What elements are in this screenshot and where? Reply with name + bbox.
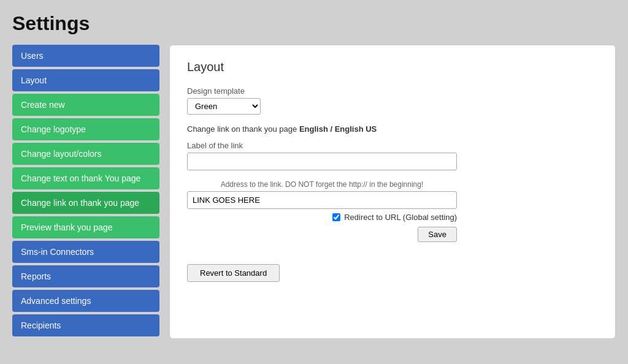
change-link-lang: English / English US: [299, 124, 377, 134]
address-note: Address to the link. DO NOT forget the h…: [187, 180, 457, 189]
sidebar-item-change-logotype[interactable]: Change logotype: [12, 118, 159, 140]
sidebar-item-change-link-thank-you[interactable]: Change link on thank you page: [12, 192, 159, 214]
main-layout: UsersLayoutCreate newChange logotypeChan…: [12, 45, 616, 339]
save-row: Save: [187, 227, 457, 242]
page-title: Settings: [12, 12, 616, 35]
change-link-notice: Change link on thank you page English / …: [187, 124, 598, 134]
save-button[interactable]: Save: [418, 227, 457, 242]
sidebar-item-preview-thank-you[interactable]: Preview thank you page: [12, 216, 159, 238]
redirect-row: Redirect to URL (Global setting): [187, 213, 457, 222]
sidebar-item-reports[interactable]: Reports: [12, 265, 159, 287]
label-of-link-input[interactable]: [187, 153, 457, 170]
revert-button[interactable]: Revert to Standard: [187, 264, 280, 282]
content-heading: Layout: [187, 60, 598, 74]
label-of-link-group: Label of the link: [187, 141, 598, 170]
change-link-text: Change link on thank you page: [187, 124, 297, 134]
content-panel: Layout Design template GreenBlueRedDefau…: [169, 45, 616, 339]
sidebar-item-change-text-thank-you[interactable]: Change text on thank You page: [12, 167, 159, 189]
label-of-link-label: Label of the link: [187, 141, 598, 150]
link-input[interactable]: [187, 191, 457, 209]
sidebar-item-change-layout-colors[interactable]: Change layout/colors: [12, 143, 159, 165]
sidebar-item-advanced-settings[interactable]: Advanced settings: [12, 290, 159, 312]
sidebar: UsersLayoutCreate newChange logotypeChan…: [12, 45, 159, 336]
design-template-group: Design template GreenBlueRedDefault: [187, 86, 598, 115]
redirect-label: Redirect to URL (Global setting): [344, 213, 457, 222]
sidebar-item-sms-in-connectors[interactable]: Sms-in Connectors: [12, 241, 159, 263]
redirect-checkbox[interactable]: [332, 213, 340, 221]
sidebar-item-create-new[interactable]: Create new: [12, 94, 159, 116]
design-template-select[interactable]: GreenBlueRedDefault: [187, 98, 261, 115]
design-template-label: Design template: [187, 86, 598, 96]
sidebar-item-layout[interactable]: Layout: [12, 69, 159, 91]
sidebar-item-recipients[interactable]: Recipients: [12, 314, 159, 336]
address-group: Address to the link. DO NOT forget the h…: [187, 180, 598, 242]
sidebar-item-users[interactable]: Users: [12, 45, 159, 67]
